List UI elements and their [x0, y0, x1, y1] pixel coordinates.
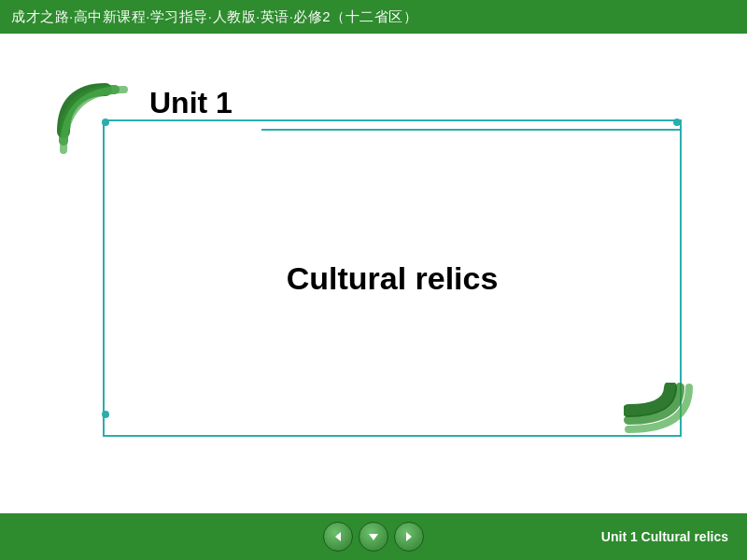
main-content: Unit 1 Cultural relics: [0, 34, 747, 513]
down-icon: [367, 530, 380, 543]
slide-container: Unit 1 Cultural relics: [47, 73, 700, 474]
svg-marker-2: [406, 532, 412, 541]
header-title: 成才之路·高中新课程·学习指导·人教版·英语·必修2（十二省区）: [11, 8, 417, 26]
nav-controls: [323, 522, 424, 552]
next-icon: [402, 530, 416, 543]
main-title-container: Cultural relics: [103, 119, 682, 437]
down-button[interactable]: [359, 522, 388, 552]
header-bar: 成才之路·高中新课程·学习指导·人教版·英语·必修2（十二省区）: [0, 0, 747, 34]
svg-marker-0: [335, 532, 341, 541]
svg-marker-1: [369, 534, 378, 540]
prev-icon: [331, 530, 345, 543]
unit-heading: Unit 1: [149, 86, 233, 120]
right-decoration: [624, 383, 698, 439]
footer-unit-info: Unit 1 Cultural relics: [601, 529, 728, 544]
main-title-text: Cultural relics: [287, 260, 499, 297]
prev-button[interactable]: [323, 522, 353, 552]
next-button[interactable]: [394, 522, 424, 552]
footer-bar: Unit 1 Cultural relics: [0, 513, 747, 560]
